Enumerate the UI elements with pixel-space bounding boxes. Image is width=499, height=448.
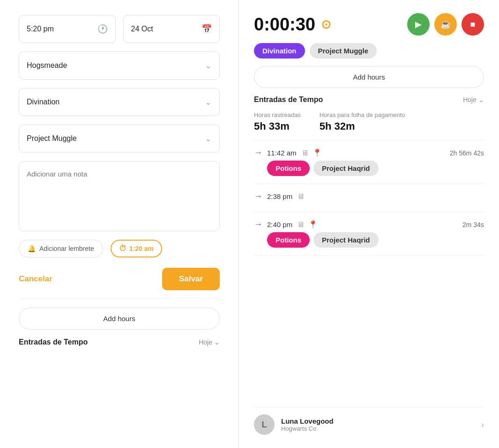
form-footer: Cancelar Salvar [19, 268, 220, 290]
user-footer[interactable]: L Luna Lovegood Hogwarts Co › [254, 407, 484, 435]
reminder-label: Adicionar lembrete [39, 245, 94, 252]
reminder-button[interactable]: 🔔 Adicionar lembrete [19, 240, 103, 257]
calendar-icon: 📅 [201, 24, 212, 34]
section-title: Entradas de Tempo [19, 338, 88, 346]
entry-1-icons: 🖥 📍 [301, 148, 322, 157]
chevron-down-icon: ⌄ [478, 96, 484, 103]
entry-2-left: → 2:38 pm 🖥 [254, 191, 305, 201]
control-buttons: ▶ ☕ ■ [407, 13, 484, 36]
tag-project-haqrid-1[interactable]: Project Haqrid [313, 161, 379, 176]
entry-1: → 11:42 am 🖥 📍 2h 56m 42s Potions Projec… [254, 148, 484, 184]
tracked-stat: Horas rastreadas 5h 33m [254, 111, 301, 132]
entry-1-duration: 2h 56m 42s [450, 149, 484, 157]
entry-1-tags: Potions Project Haqrid [267, 161, 484, 176]
subject-dropdown[interactable]: Divination ⌄ [19, 88, 220, 116]
play-icon: ▶ [415, 19, 422, 29]
payroll-value: 5h 32m [320, 120, 405, 132]
chevron-down-icon: ⌄ [214, 338, 220, 346]
location-value: Hogsmeade [27, 61, 67, 70]
entry-arrow-icon: → [254, 148, 262, 158]
cancel-button[interactable]: Cancelar [19, 274, 52, 284]
project-dropdown[interactable]: Project Muggle ⌄ [19, 125, 220, 153]
payroll-label: Horas para folha de pagamento [320, 111, 405, 118]
chevron-down-icon: ⌄ [205, 60, 212, 71]
right-hoje-button[interactable]: Hoje ⌄ [463, 96, 484, 103]
section-header: Entradas de Tempo Hoje ⌄ [19, 338, 220, 346]
entry-3-top: → 2:40 pm 🖥 📍 2m 34s [254, 220, 484, 229]
play-button[interactable]: ▶ [407, 13, 430, 36]
subject-value: Divination [27, 98, 60, 106]
timer-icon: ⏱ [119, 244, 127, 253]
tag-project-haqrid-3[interactable]: Project Haqrid [313, 232, 379, 248]
right-panel: 0:00:30 ⊙ ▶ ☕ ■ Divination Project Muggl… [239, 0, 499, 448]
tag-potions-3[interactable]: Potions [267, 232, 310, 248]
location-dropdown[interactable]: Hogsmeade ⌄ [19, 51, 220, 80]
avatar: L [254, 414, 275, 435]
payroll-stat: Horas para folha de pagamento 5h 32m [320, 111, 405, 132]
entry-3-duration: 2m 34s [462, 221, 484, 228]
user-company: Hogwarts Co [281, 425, 475, 432]
entry-2: → 2:38 pm 🖥 [254, 191, 484, 212]
hoje-button[interactable]: Hoje ⌄ [199, 338, 220, 346]
tag-project-muggle[interactable]: Project Muggle [310, 43, 377, 59]
coffee-button[interactable]: ☕ [434, 13, 457, 36]
tag-divination[interactable]: Divination [254, 43, 305, 59]
stats-row: Horas rastreadas 5h 33m Horas para folha… [254, 111, 484, 140]
entry-3-time: 2:40 pm [267, 220, 292, 228]
user-name: Luna Lovegood [281, 417, 475, 425]
left-panel: 5:20 pm 🕐 24 Oct 📅 Hogsmeade ⌄ Divinatio… [0, 0, 239, 448]
monitor-icon: 🖥 [297, 192, 305, 201]
tags-row: Divination Project Muggle [254, 43, 484, 59]
add-hours-right-button[interactable]: Add hours [254, 66, 484, 88]
time-value: 5:20 pm [27, 25, 54, 33]
entry-3-left: → 2:40 pm 🖥 📍 [254, 220, 318, 229]
monitor-icon: 🖥 [297, 220, 305, 229]
stop-icon: ■ [470, 20, 476, 29]
entry-arrow-icon: → [254, 191, 262, 201]
time-input[interactable]: 5:20 pm 🕐 [19, 15, 116, 43]
location-icon: 📍 [308, 220, 318, 229]
user-info: Luna Lovegood Hogwarts Co [281, 417, 475, 432]
chevron-right-icon: › [481, 420, 484, 430]
time-badge-label: 1:20 am [129, 245, 154, 252]
hoje-label: Hoje [199, 338, 212, 346]
clock-icon: 🕐 [97, 24, 108, 34]
entry-1-left: → 11:42 am 🖥 📍 [254, 148, 322, 158]
monitor-icon: 🖥 [301, 149, 309, 157]
save-button[interactable]: Salvar [162, 268, 220, 290]
location-icon: 📍 [313, 148, 322, 157]
tracked-label: Horas rastreadas [254, 111, 301, 118]
bell-icon: 🔔 [28, 245, 36, 252]
right-section-title: Entradas de Tempo [254, 95, 323, 104]
chevron-down-icon: ⌄ [205, 97, 212, 107]
timer-display: 0:00:30 ⊙ [254, 15, 331, 35]
entry-1-top: → 11:42 am 🖥 📍 2h 56m 42s [254, 148, 484, 158]
stop-button[interactable]: ■ [462, 13, 484, 36]
date-value: 24 Oct [131, 25, 153, 33]
action-row: 🔔 Adicionar lembrete ⏱ 1:20 am [19, 240, 220, 257]
tag-potions-1[interactable]: Potions [267, 161, 310, 176]
timer-value: 0:00:30 [254, 15, 315, 35]
chevron-down-icon: ⌄ [205, 133, 212, 144]
time-badge-button[interactable]: ⏱ 1:20 am [111, 240, 162, 257]
tracked-value: 5h 33m [254, 120, 301, 132]
coffee-icon: ☕ [440, 19, 451, 29]
entry-1-time: 11:42 am [267, 149, 297, 157]
date-input[interactable]: 24 Oct 📅 [123, 15, 220, 43]
add-hours-button[interactable]: Add hours [19, 308, 220, 330]
timer-header: 0:00:30 ⊙ ▶ ☕ ■ [254, 13, 484, 36]
entry-2-top: → 2:38 pm 🖥 [254, 191, 484, 201]
time-date-row: 5:20 pm 🕐 24 Oct 📅 [19, 15, 220, 43]
entry-2-icons: 🖥 [297, 192, 305, 201]
right-section-header: Entradas de Tempo Hoje ⌄ [254, 95, 484, 104]
right-hoje-label: Hoje [463, 96, 477, 103]
entry-3-tags: Potions Project Haqrid [267, 232, 484, 248]
scan-icon[interactable]: ⊙ [321, 17, 331, 32]
entry-2-time: 2:38 pm [267, 192, 292, 200]
divider [19, 299, 220, 299]
entry-3-icons: 🖥 📍 [297, 220, 318, 229]
project-value: Project Muggle [27, 134, 77, 143]
note-textarea[interactable] [19, 161, 220, 231]
entry-arrow-icon: → [254, 220, 262, 229]
entry-3: → 2:40 pm 🖥 📍 2m 34s Potions Project Haq… [254, 220, 484, 256]
